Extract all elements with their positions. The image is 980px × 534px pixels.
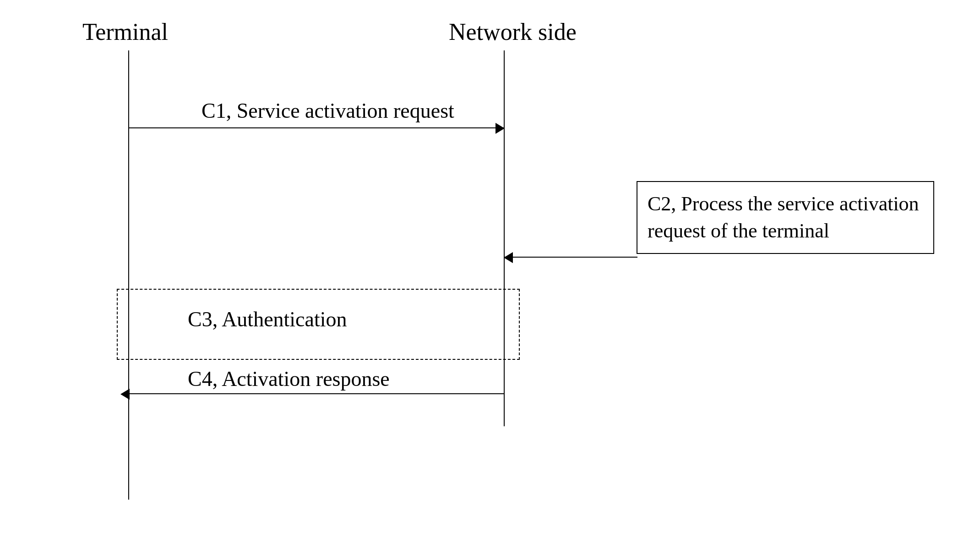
message-c1-label: C1, Service activation request [201,99,454,123]
message-c3-label: C3, Authentication [188,307,347,331]
arrow-c4-head [120,389,130,400]
diagram-container: Terminal Network side C1, Service activa… [0,0,980,534]
arrow-c2-head [504,252,513,263]
arrow-c2-line [505,257,637,258]
arrow-c4-line [129,393,504,394]
arrow-c1-line [129,127,504,128]
lifeline-terminal [128,50,129,500]
actor-terminal-label: Terminal [82,18,168,45]
message-c2-box: C2, Process the service activation reque… [637,181,934,254]
arrow-c1-head [495,123,505,134]
actor-network-label: Network side [449,18,577,45]
message-c4-label: C4, Activation response [188,367,390,391]
lifeline-network [504,50,505,426]
